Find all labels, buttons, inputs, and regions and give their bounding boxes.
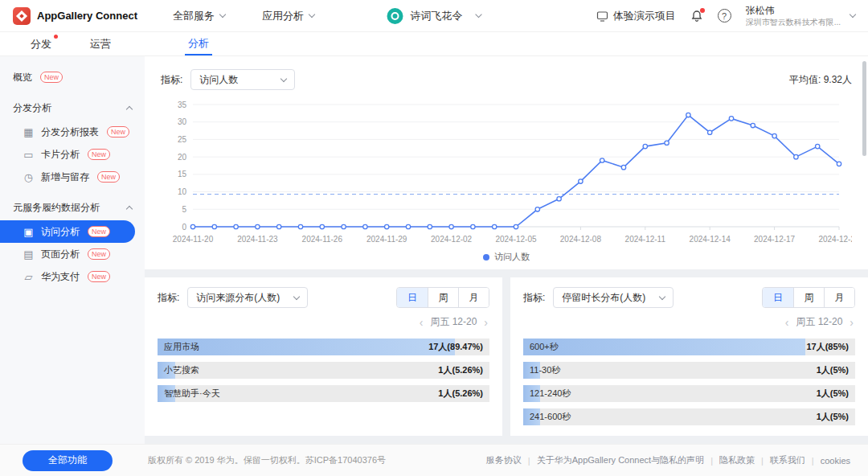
footer: 全部功能 版权所有 © 2019 华为。保留一切权利。苏ICP备17040376… <box>0 444 868 476</box>
header-actions: 体验演示项目 ? 张松伟 深圳市智云数科技术有限... <box>596 5 855 27</box>
sidebar-section-label: 分发分析 <box>13 101 51 115</box>
nav-all-services[interactable]: 全部服务 <box>173 9 225 23</box>
period-tab-月[interactable]: 月 <box>458 288 489 307</box>
metric-row: 指标: 访问人数 平均值: 9.32人 <box>161 63 852 96</box>
sub-tabs: 分析 <box>185 32 212 55</box>
distribution-bar: 11-30秒1人(5%) <box>523 362 855 379</box>
bar-label: 11-30秒 <box>530 362 560 379</box>
svg-text:2024-11-29: 2024-11-29 <box>366 235 407 244</box>
sidebar-item-label: 华为支付 <box>41 270 80 284</box>
chevron-down-icon <box>280 75 287 81</box>
second-bar: 分发 运营 分析 <box>0 32 868 56</box>
zone-tabs: 分发 运营 <box>0 32 145 55</box>
sidebar-item-visit-analysis[interactable]: ▣访问分析New <box>0 220 135 243</box>
legend-dot-icon <box>483 254 489 261</box>
duration-metric-value: 停留时长分布(人数) <box>562 291 645 305</box>
bar-label: 应用市场 <box>164 339 199 355</box>
sidebar-item-label: 访问分析 <box>41 225 80 239</box>
duration-bars: 600+秒17人(85%)11-30秒1人(5%)121-240秒1人(5%)2… <box>523 339 855 425</box>
average-number: 9.32人 <box>824 74 852 85</box>
visit-source-card: 指标: 访问来源分布(人数) 日周月 ‹ 周五 12-20 › 应用市场17人(… <box>145 277 502 436</box>
chart-legend[interactable]: 访问人数 <box>161 248 852 269</box>
chevron-down-icon <box>309 11 315 18</box>
notification-bell-icon[interactable] <box>690 10 703 23</box>
tab-operation[interactable]: 运营 <box>90 37 111 51</box>
distribution-cards: 指标: 访问来源分布(人数) 日周月 ‹ 周五 12-20 › 应用市场17人(… <box>145 277 868 436</box>
footer-link[interactable]: 关于华为AppGallery Connect与隐私的声明 <box>537 454 704 466</box>
brand-name: AppGallery Connect <box>37 10 137 22</box>
sidebar-item-page-analysis[interactable]: ▤页面分析New <box>0 243 145 265</box>
footer-link[interactable]: 服务协议 <box>486 454 522 466</box>
app-name: 诗词飞花令 <box>411 9 463 23</box>
chevron-up-icon <box>126 205 133 211</box>
next-day-button[interactable]: › <box>850 317 854 328</box>
sidebar-item-new-and-retention[interactable]: ◷新增与留存New <box>0 166 145 188</box>
top-nav: 全部服务 应用分析 <box>173 9 314 23</box>
metric-label: 指标: <box>161 73 182 87</box>
duration-metric-select[interactable]: 停留时长分布(人数) <box>553 287 674 308</box>
bar-value: 17人(85%) <box>806 339 849 355</box>
bar-value: 1人(5.26%) <box>438 385 483 402</box>
source-metric-select[interactable]: 访问来源分布(人数) <box>187 287 308 308</box>
notification-dot <box>700 8 705 13</box>
source-metric-value: 访问来源分布(人数) <box>196 291 280 305</box>
distribution-bar: 121-240秒1人(5%) <box>523 385 855 402</box>
svg-text:25: 25 <box>178 135 187 144</box>
nav-app-analysis[interactable]: 应用分析 <box>262 9 314 23</box>
source-bars: 应用市场17人(89.47%)小艺搜索1人(5.26%)智慧助手·今天1人(5.… <box>158 339 489 402</box>
nav-app-analysis-label: 应用分析 <box>262 9 304 23</box>
brand[interactable]: AppGallery Connect <box>13 7 154 25</box>
app-selector[interactable]: 诗词飞花令 <box>387 8 481 24</box>
period-tab-周[interactable]: 周 <box>793 288 824 307</box>
svg-text:10: 10 <box>178 187 187 196</box>
all-features-button[interactable]: 全部功能 <box>23 450 113 471</box>
period-tab-周[interactable]: 周 <box>428 288 458 307</box>
tab-distribution[interactable]: 分发 <box>31 37 51 51</box>
distribution-bar: 智慧助手·今天1人(5.26%) <box>158 385 489 402</box>
user-company: 深圳市智云数科技术有限... <box>746 17 841 27</box>
sidebar-item-huawei-pay[interactable]: ▱华为支付New <box>0 265 145 288</box>
prev-day-button[interactable]: ‹ <box>420 317 424 328</box>
separator: | <box>761 456 764 466</box>
footer-link[interactable]: 联系我们 <box>770 454 805 466</box>
period-segmented-control: 日周月 <box>762 287 855 308</box>
help-icon[interactable]: ? <box>718 9 731 23</box>
footer-link[interactable]: 隐私政策 <box>719 454 755 466</box>
notification-dot <box>54 35 58 39</box>
page-icon: ▤ <box>23 248 35 261</box>
footer-links: 服务协议|关于华为AppGallery Connect与隐私的声明|隐私政策|联… <box>486 454 850 466</box>
footer-link[interactable]: cookies <box>821 456 850 466</box>
next-day-button[interactable]: › <box>484 317 488 328</box>
sidebar-section[interactable]: 元服务履约数据分析 <box>0 195 145 220</box>
sidebar-item-label: 页面分析 <box>41 248 80 261</box>
svg-text:2024-12-05: 2024-12-05 <box>495 235 537 244</box>
sidebar-item-label: 卡片分析 <box>41 148 80 162</box>
period-tab-日[interactable]: 日 <box>397 288 428 307</box>
period-tab-日[interactable]: 日 <box>763 288 793 307</box>
metric-select[interactable]: 访问人数 <box>190 69 295 90</box>
bar-label: 600+秒 <box>530 339 559 355</box>
current-date-label: 周五 12-20 <box>796 315 842 329</box>
sidebar-item-overview[interactable]: 概览New <box>0 66 145 88</box>
user-info: 张松伟 深圳市智云数科技术有限... <box>746 5 841 27</box>
svg-text:15: 15 <box>178 170 187 178</box>
sidebar-item-card-analysis[interactable]: ▭卡片分析New <box>0 143 145 166</box>
body: 概览New分发分析▦分发分析报表New▭卡片分析New◷新增与留存New元服务履… <box>0 56 868 444</box>
appgallery-logo-icon <box>13 7 31 25</box>
demo-project-link[interactable]: 体验演示项目 <box>596 9 676 23</box>
sidebar-item-distribution-report[interactable]: ▦分发分析报表New <box>0 121 145 143</box>
bar-label: 小艺搜索 <box>164 362 199 379</box>
period-tab-月[interactable]: 月 <box>824 288 854 307</box>
date-navigator: ‹ 周五 12-20 › <box>159 315 488 329</box>
tab-analysis[interactable]: 分析 <box>185 32 212 55</box>
sidebar-section[interactable]: 分发分析 <box>0 95 145 121</box>
top-header: AppGallery Connect 全部服务 应用分析 诗词飞花令 体验演示项… <box>0 0 868 32</box>
card-head: 指标: 访问来源分布(人数) 日周月 <box>158 287 489 308</box>
bar-label: 121-240秒 <box>530 385 571 402</box>
distribution-bar: 小艺搜索1人(5.26%) <box>158 362 489 379</box>
prev-day-button[interactable]: ‹ <box>785 317 789 328</box>
user-menu[interactable]: 张松伟 深圳市智云数科技术有限... <box>746 5 855 27</box>
scrollbar[interactable] <box>862 61 866 156</box>
main-content: 指标: 访问人数 平均值: 9.32人 051015202530352024-1… <box>145 56 868 444</box>
separator: | <box>528 456 530 466</box>
